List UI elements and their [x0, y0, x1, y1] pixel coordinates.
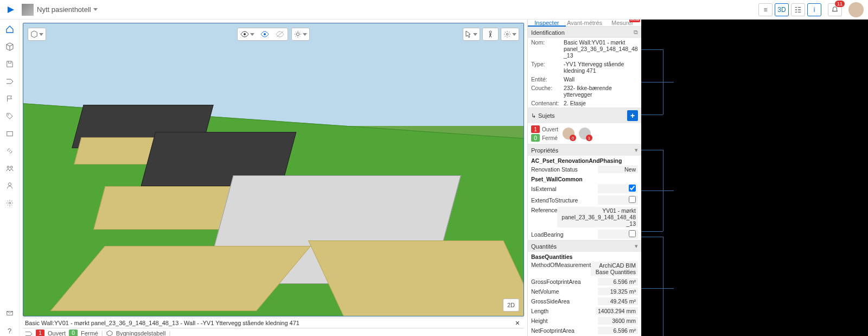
project-name-label: Nytt pasienthotell — [37, 5, 91, 14]
3d-viewport[interactable]: 2D — [23, 23, 524, 316]
vis-isolate-button[interactable] — [258, 29, 272, 40]
nav-flag-icon[interactable] — [4, 93, 15, 104]
qty-group: BaseQuantities — [528, 252, 641, 261]
view-cube-button[interactable] — [28, 28, 46, 41]
footer-path-icon[interactable] — [25, 330, 33, 337]
nav-path-icon[interactable] — [4, 76, 15, 87]
selection-bar: Basic Wall:YV01 - mørkt panel_23_36_9_14… — [23, 318, 524, 328]
view-info-button[interactable]: i — [807, 3, 821, 16]
qty-row: Length14003.294 mm — [528, 306, 641, 316]
close-selection-button[interactable]: × — [513, 319, 522, 327]
vis-show-button[interactable] — [238, 29, 257, 40]
view-list-button[interactable]: ≡ — [758, 3, 773, 16]
tab-inspecter[interactable]: Inspecter — [528, 20, 566, 26]
nav-link-icon[interactable] — [4, 145, 15, 156]
section-title: Propriétés — [531, 147, 558, 154]
qty-row: Height3600 mm — [528, 316, 641, 326]
notifications-button[interactable]: 11 — [828, 3, 842, 16]
ident-entity: Wall — [564, 76, 638, 83]
filter-icon[interactable]: ▾ — [635, 147, 638, 154]
viewport-wrap: 2D Basic Wall:YV01 - mørkt panel_23_36_9… — [20, 20, 527, 336]
subject-avatar-1[interactable]: 0 — [563, 128, 575, 140]
footer-table-label[interactable]: Bygningsdelstabell — [116, 330, 166, 337]
svg-point-11 — [506, 33, 508, 35]
annotation-area — [641, 20, 868, 336]
prop-group: AC_Pset_RenovationAndPhasing — [528, 156, 641, 164]
section-title: Sujets — [538, 112, 555, 119]
visibility-group — [237, 28, 288, 41]
filter-icon[interactable]: ▾ — [635, 243, 638, 250]
selection-label: Basic Wall:YV01 - mørkt panel_23_36_9_14… — [25, 320, 299, 326]
prop-reference: YV01 - mørkt panel_23_36_9_148_148_48_13 — [557, 207, 638, 227]
svg-point-9 — [296, 33, 299, 35]
walk-button[interactable] — [482, 28, 499, 41]
add-subject-button[interactable]: + — [627, 110, 638, 121]
prop-isexternal-checkbox[interactable] — [629, 185, 636, 192]
qty-mom: ArchiCAD BIM Base Quantities — [591, 262, 638, 276]
prop-loadbearing-checkbox[interactable] — [629, 230, 636, 237]
footer-table-icon[interactable] — [106, 330, 113, 337]
chevron-down-icon — [39, 33, 43, 36]
svg-point-2 — [7, 166, 9, 168]
subject-avatar-2[interactable]: 1 — [579, 128, 591, 140]
scene-3d — [23, 23, 524, 316]
nav-box-icon[interactable] — [4, 128, 15, 139]
footer-closed-label: Fermé — [81, 330, 98, 337]
nav-user-icon[interactable] — [4, 180, 15, 191]
nav-mail-icon[interactable] — [4, 308, 15, 319]
ident-container: 2. Etasje — [564, 100, 638, 106]
expand-icon[interactable]: ⧉ — [634, 29, 638, 36]
section-title: Quantités — [531, 243, 557, 250]
notif-badge: 11 — [835, 1, 845, 7]
footer-open-badge: 1 — [36, 329, 44, 337]
app-header: Nytt pasienthotell ≡ 3D i 11 — [0, 0, 868, 20]
nav-help-icon[interactable]: ? — [4, 325, 15, 336]
view-3d-button[interactable]: 3D — [775, 3, 789, 16]
project-thumbnail — [22, 4, 34, 16]
user-avatar[interactable] — [848, 2, 864, 17]
qty-row: NetFootprintArea6.596 m² — [528, 326, 641, 335]
footer-open-label: Ouvert — [48, 330, 66, 337]
sun-button[interactable] — [291, 28, 310, 41]
view-tree-button[interactable] — [791, 3, 805, 16]
ident-type: -YV1 Yttervegg stående kledning 471 — [564, 61, 638, 74]
path-icon: ↳ — [531, 112, 536, 119]
settings-button[interactable] — [501, 28, 519, 41]
tab-avant-metres[interactable]: Avant-métrés — [566, 20, 604, 26]
prop-group: Pset_WallCommon — [528, 174, 641, 183]
svg-point-5 — [9, 202, 11, 204]
view-2d-button[interactable]: 2D — [503, 299, 519, 312]
qty-row: GrossFootprintArea6.596 m² — [528, 277, 641, 287]
beta-badge: Beta — [629, 20, 640, 22]
nav-gear-icon[interactable] — [4, 198, 15, 208]
svg-point-8 — [264, 33, 266, 35]
svg-point-10 — [489, 31, 492, 33]
svg-rect-1 — [7, 132, 12, 136]
header-tabs: ≡ 3D i 11 — [758, 2, 864, 17]
section-subjects: ↳Sujets + 1Ouvert 0Fermé 0 1 — [528, 108, 641, 144]
nav-home-icon[interactable] — [4, 24, 15, 35]
footer-closed-badge: 0 — [69, 329, 78, 337]
nav-group-icon[interactable] — [4, 163, 15, 174]
chevron-down-icon — [93, 8, 98, 11]
svg-point-4 — [8, 183, 11, 186]
app-logo-icon[interactable] — [4, 3, 17, 16]
prop-renovation-status: New — [598, 166, 638, 173]
nav-tag-icon[interactable] — [4, 111, 15, 122]
nav-cube-icon[interactable] — [4, 41, 15, 52]
svg-point-0 — [8, 115, 9, 116]
project-selector[interactable]: Nytt pasienthotell — [37, 5, 98, 14]
prop-extend-checkbox[interactable] — [629, 196, 636, 203]
ident-layer: 232- Ikke-bærende yttervegger — [564, 85, 638, 98]
section-quantities: Quantités ▾ BaseQuantities MethodOfMeasu… — [528, 240, 641, 336]
section-title: Identification — [531, 29, 565, 36]
section-properties: Propriétés ▾ AC_Pset_RenovationAndPhasin… — [528, 144, 641, 240]
tab-mesurer[interactable]: Mesurer Beta — [603, 20, 641, 26]
qty-row: GrossSideArea49.245 m² — [528, 296, 641, 306]
vis-hide-button[interactable] — [273, 29, 287, 40]
nav-save-icon[interactable] — [4, 59, 15, 69]
select-mode-button[interactable] — [463, 28, 480, 41]
inspector-tabs: Inspecter Avant-métrés Mesurer Beta — [528, 20, 641, 27]
svg-point-3 — [10, 166, 12, 168]
ident-name: Basic Wall:YV01 - mørkt panel_23_36_9_14… — [564, 39, 638, 59]
